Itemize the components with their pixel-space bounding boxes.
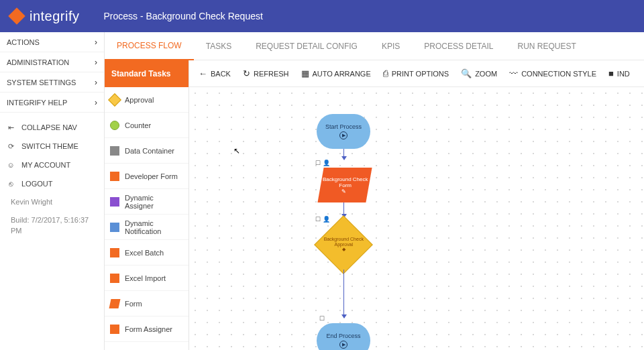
util-label: SWITCH THEME	[21, 142, 78, 150]
nav-label: SYSTEM SETTINGS	[7, 78, 76, 86]
background-check-approval-node[interactable]: Background Check Approval ◆	[314, 215, 373, 274]
brand-name: integrify	[30, 9, 80, 24]
process-tabs: PROCESS FLOW TASKS REQUEST DETAIL CONFIG…	[105, 32, 644, 60]
task-item-counter[interactable]: Counter	[105, 113, 189, 138]
node-label: Start Process	[325, 123, 362, 130]
refresh-button[interactable]: ↻REFRESH	[237, 66, 294, 81]
task-item-developer-form[interactable]: Developer Form	[105, 164, 189, 189]
node-action-icons[interactable]: ☐ 👤	[315, 160, 330, 166]
task-item-excel-import[interactable]: Excel Import	[105, 266, 189, 291]
build-info: Build: 7/2/2017, 5:16:37 PM	[0, 211, 104, 240]
orange-icon	[110, 248, 119, 257]
blue-icon	[110, 223, 119, 232]
task-item-data-container[interactable]: Data Container	[105, 138, 189, 164]
play-icon: ▶	[339, 131, 347, 139]
toolbar-label: AUTO ARRANGE	[313, 70, 371, 78]
task-item-approval[interactable]: Approval	[105, 87, 189, 113]
orange-icon	[110, 274, 119, 283]
logout-button[interactable]: ⎋ LOGOUT	[0, 174, 104, 193]
chevron-right-icon: ›	[95, 58, 97, 67]
task-item-ftp-push[interactable]: FTP Push	[105, 342, 189, 350]
auto-arrange-button[interactable]: ▦AUTO ARRANGE	[296, 66, 376, 81]
task-item-label: Excel Batch	[125, 249, 164, 257]
print-options-button[interactable]: ⎙PRINT OPTIONS	[378, 66, 454, 81]
process-flow-canvas[interactable]: Start Process ▶ ☐ 👤 Background Check For…	[189, 87, 644, 350]
zoom-icon: 🔍	[461, 68, 472, 78]
nav-label: ADMINISTRATION	[7, 58, 69, 66]
tasks-palette-header[interactable]: Standard Tasks	[105, 60, 189, 87]
theme-icon: ⟳	[5, 142, 16, 151]
tab-run-request[interactable]: RUN REQUEST	[505, 32, 588, 60]
util-label: MY ACCOUNT	[21, 161, 70, 169]
nav-system-settings[interactable]: SYSTEM SETTINGS ›	[0, 72, 104, 93]
util-label: COLLAPSE NAV	[21, 123, 77, 131]
content-area: PROCESS FLOW TASKS REQUEST DETAIL CONFIG…	[105, 32, 644, 350]
refresh-icon: ↻	[243, 68, 250, 78]
brand-logo[interactable]: integrify	[11, 9, 80, 24]
indicators-button[interactable]: ■IND	[603, 66, 635, 81]
left-navigation: ACTIONS › ADMINISTRATION › SYSTEM SETTIN…	[0, 32, 105, 350]
task-item-dynamic-notification[interactable]: Dynamic Notification	[105, 215, 189, 240]
toolbar-label: REFRESH	[254, 70, 289, 78]
connection-style-button[interactable]: 〰CONNECTION STYLE	[504, 66, 602, 81]
back-button[interactable]: ←BACK	[193, 66, 236, 81]
counter-icon	[110, 121, 119, 130]
util-label: LOGOUT	[21, 180, 52, 188]
orange-icon	[110, 172, 119, 181]
task-item-form-assigner[interactable]: Form Assigner	[105, 316, 189, 342]
canvas-toolbar: ←BACK ↻REFRESH ▦AUTO ARRANGE ⎙PRINT OPTI…	[189, 60, 644, 87]
orange-icon	[110, 325, 119, 334]
toolbar-label: PRINT OPTIONS	[392, 70, 449, 78]
node-label: Background Check Form	[321, 176, 370, 188]
tasks-palette: Standard Tasks ApprovalCounterData Conta…	[105, 60, 189, 350]
logo-mark-icon	[8, 7, 25, 24]
logout-icon: ⎋	[5, 180, 16, 188]
tab-process-detail[interactable]: PROCESS DETAIL	[412, 32, 505, 60]
flow-arrow	[343, 149, 344, 160]
toolbar-label: BACK	[211, 70, 231, 78]
node-label: Background Check Approval	[323, 237, 363, 247]
tab-process-flow[interactable]: PROCESS FLOW	[105, 32, 194, 60]
nav-administration[interactable]: ADMINISTRATION ›	[0, 52, 104, 72]
toolbar-label: IND	[617, 70, 630, 78]
flow-arrow	[343, 270, 344, 318]
task-item-label: Dynamic Notification	[125, 219, 183, 235]
tab-tasks[interactable]: TASKS	[194, 32, 244, 60]
approval-icon	[108, 93, 121, 107]
chevron-right-icon: ›	[95, 38, 97, 47]
indicator-icon: ■	[608, 68, 614, 78]
task-item-label: Form	[125, 300, 142, 308]
work-area: Standard Tasks ApprovalCounterData Conta…	[105, 60, 644, 350]
toolbar-label: CONNECTION STYLE	[521, 70, 596, 78]
zoom-button[interactable]: 🔍ZOOM	[455, 66, 502, 81]
node-action-icons[interactable]: ☐	[319, 315, 325, 322]
pencil-icon: ✎	[341, 188, 346, 194]
background-check-form-node[interactable]: Background Check Form ✎	[317, 168, 372, 202]
print-icon: ⎙	[383, 68, 388, 78]
end-process-node[interactable]: End Process ▶	[317, 323, 370, 350]
arrow-left-icon: ←	[199, 68, 207, 78]
task-item-excel-batch[interactable]: Excel Batch	[105, 240, 189, 266]
node-action-icons[interactable]: ☐ 👤	[315, 216, 330, 223]
task-item-label: Data Container	[125, 147, 174, 155]
chevron-right-icon: ›	[95, 78, 97, 87]
tab-kpis[interactable]: KPIS	[370, 32, 412, 60]
task-item-dynamic-assigner[interactable]: Dynamic Assigner	[105, 189, 189, 215]
data-icon	[110, 146, 119, 156]
nav-label: INTEGRIFY HELP	[7, 99, 67, 107]
task-item-label: Dynamic Assigner	[125, 194, 183, 210]
current-user: Kevin Wright	[0, 193, 104, 211]
collapse-nav-button[interactable]: ⇤ COLLAPSE NAV	[0, 118, 104, 137]
my-account-button[interactable]: ☺ MY ACCOUNT	[0, 156, 104, 174]
approval-icon: ◆	[342, 247, 345, 252]
start-process-node[interactable]: Start Process ▶	[317, 114, 370, 149]
page-title: Process - Background Check Request	[104, 11, 263, 21]
switch-theme-button[interactable]: ⟳ SWITCH THEME	[0, 137, 104, 156]
nav-label: ACTIONS	[7, 38, 40, 46]
toolbar-label: ZOOM	[475, 70, 497, 78]
nav-actions[interactable]: ACTIONS ›	[0, 32, 104, 52]
task-item-form[interactable]: Form	[105, 291, 189, 316]
nav-integrify-help[interactable]: INTEGRIFY HELP ›	[0, 93, 104, 113]
play-icon: ▶	[339, 341, 347, 349]
tab-request-detail-config[interactable]: REQUEST DETAIL CONFIG	[244, 32, 370, 60]
